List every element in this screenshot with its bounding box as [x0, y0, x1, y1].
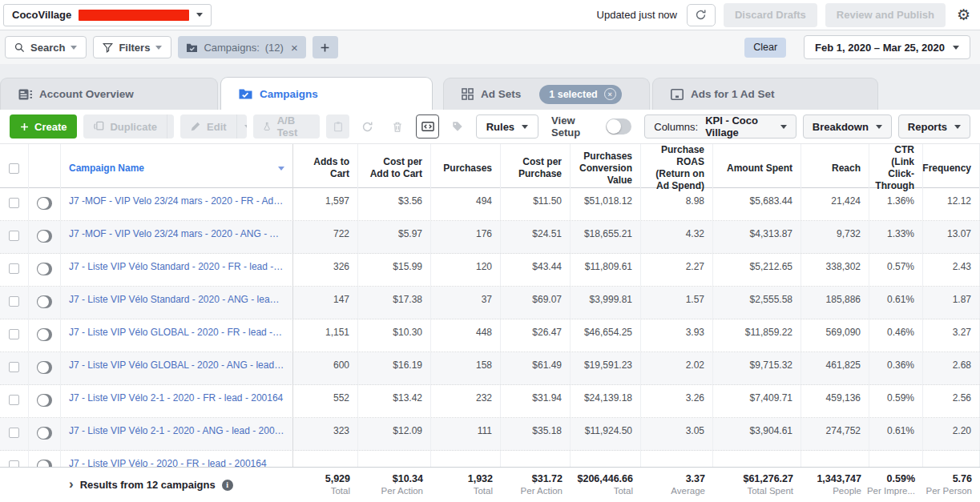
rules-dropdown[interactable]: Rules — [476, 114, 538, 139]
row-checkbox[interactable] — [9, 362, 19, 372]
row-toggle-cell — [29, 418, 61, 450]
campaign-toggle[interactable] — [37, 394, 52, 407]
row-checkbox[interactable] — [9, 198, 19, 208]
select-all-checkbox[interactable] — [9, 163, 19, 174]
clear-button[interactable]: Clear — [744, 38, 786, 58]
delete-button[interactable] — [385, 114, 409, 139]
date-range-selector[interactable]: Feb 1, 2020 – Mar 25, 2020 — [804, 35, 970, 59]
campaign-toggle[interactable] — [37, 263, 52, 275]
columns-prefix: Columns: — [654, 121, 698, 133]
chevron-down-icon — [155, 46, 162, 53]
campaign-name-cell: J7 - Liste VIP Vélo 2-1 - 2020 - ANG - l… — [61, 418, 293, 450]
metric-cell: 1.33% — [869, 221, 923, 253]
remove-filter-icon[interactable]: × — [291, 41, 298, 54]
row-checkbox[interactable] — [9, 329, 19, 339]
campaign-name-cell: J7 - Liste VIP Vélo 2-1 - 2020 - FR - le… — [61, 385, 293, 417]
select-all-checkbox-cell[interactable] — [0, 144, 29, 192]
chevron-down-icon — [953, 46, 959, 53]
column-header[interactable]: Amount Spent — [713, 144, 801, 192]
column-header[interactable]: Frequency — [923, 144, 980, 192]
duplicate-button[interactable]: Duplicate — [83, 114, 174, 139]
campaign-name-link[interactable]: J7 - Liste VIP Vélo Standard - 2020 - AN… — [69, 294, 284, 305]
tab-ad-sets[interactable]: Ad Sets 1 selected × — [443, 78, 650, 110]
metric-cell: 0.61% — [869, 418, 923, 450]
info-icon[interactable]: i — [222, 480, 233, 491]
reports-dropdown[interactable]: Reports — [898, 114, 970, 139]
total-value: 0.59% — [887, 473, 915, 486]
breakdown-dropdown[interactable]: Breakdown — [803, 114, 892, 139]
row-checkbox[interactable] — [9, 428, 19, 438]
discard-drafts-button[interactable]: Discard Drafts — [724, 3, 817, 27]
metric-cell: 13.07 — [923, 221, 980, 253]
clear-selection-icon[interactable]: × — [604, 88, 616, 100]
campaign-name-link[interactable]: J7 -MOF - VIP Velo 23/24 mars - 2020 - F… — [69, 195, 284, 207]
metric-cell: 158 — [431, 352, 501, 384]
campaign-name-link[interactable]: J7 - Liste VIP Vélo Standard - 2020 - FR… — [69, 261, 284, 272]
metric-cell: 3.05 — [641, 418, 713, 450]
pin-button[interactable] — [326, 114, 349, 139]
campaign-name-link[interactable]: J7 - Liste VIP Vélo GLOBAL - 2020 - ANG … — [69, 359, 284, 371]
duplicate-dropdown[interactable] — [167, 114, 174, 139]
row-toggle-cell — [29, 188, 61, 220]
ab-test-button[interactable]: A/B Test — [253, 114, 320, 139]
view-setup-toggle[interactable] — [606, 118, 631, 135]
metric-cell: 0.46% — [869, 319, 923, 351]
settings-gear-icon[interactable]: ⚙ — [957, 7, 970, 22]
column-header[interactable]: Reach — [801, 144, 869, 192]
campaign-toggle[interactable] — [37, 230, 52, 243]
column-header[interactable]: Purchases Conversion Value — [571, 144, 641, 192]
campaign-name-link[interactable]: J7 - Liste VIP Vélo GLOBAL - 2020 - FR -… — [69, 327, 284, 338]
metric-cell: 0.36% — [869, 352, 923, 384]
metric-cell: 1.36% — [869, 188, 923, 220]
campaign-name-link[interactable]: J7 - Liste VIP Vélo 2-1 - 2020 - FR - le… — [69, 392, 284, 404]
row-checkbox[interactable] — [9, 395, 19, 405]
tab-campaigns[interactable]: Campaigns — [220, 77, 433, 110]
tab-ads[interactable]: Ads for 1 Ad Set — [652, 78, 878, 110]
total-cell: $10.34Per Action — [358, 468, 431, 502]
column-header-campaign-name[interactable]: Campaign Name — [61, 144, 293, 192]
campaign-toggle[interactable] — [37, 295, 52, 308]
edit-button[interactable]: Edit — [180, 114, 247, 139]
chevron-down-icon — [244, 125, 248, 132]
filter-bar: Search Filters Campaigns: (12) × Clear F… — [0, 30, 980, 64]
refresh-button[interactable] — [687, 4, 716, 26]
columns-dropdown[interactable]: Columns: KPI - Coco Village — [644, 114, 797, 139]
chevron-down-icon — [196, 13, 203, 20]
metric-cell: $24.51 — [501, 221, 571, 253]
row-checkbox[interactable] — [9, 231, 19, 241]
campaign-name-link[interactable]: J7 -MOF - VIP Velo 23/24 mars - 2020 - A… — [69, 228, 284, 239]
column-header[interactable]: Cost per Purchase — [501, 144, 571, 192]
edit-placements-button[interactable] — [416, 114, 440, 139]
campaign-toggle[interactable] — [37, 197, 52, 210]
campaigns-filter-chip[interactable]: Campaigns: (12) × — [178, 36, 305, 58]
tab-label: Ad Sets — [481, 88, 521, 100]
column-header[interactable]: CTR (Link Click-Through — [869, 144, 923, 192]
review-publish-button[interactable]: Review and Publish — [825, 3, 946, 27]
search-dropdown[interactable]: Search — [5, 36, 87, 58]
campaign-toggle[interactable] — [37, 361, 52, 374]
column-header[interactable]: Cost per Add to Cart — [358, 144, 431, 192]
column-header[interactable]: Purchases — [431, 144, 501, 192]
column-header[interactable]: Purchase ROAS (Return on Ad Spend) — [641, 144, 713, 192]
filters-dropdown[interactable]: Filters — [93, 36, 171, 58]
expand-results-icon[interactable]: › — [69, 476, 74, 492]
edit-dropdown[interactable] — [236, 114, 248, 139]
history-button[interactable] — [356, 114, 379, 139]
row-checkbox[interactable] — [9, 296, 19, 307]
search-label: Search — [30, 42, 65, 54]
tags-button[interactable] — [446, 114, 469, 139]
campaign-name-link[interactable]: J7 - Liste VIP Vélo 2-1 - 2020 - ANG - l… — [69, 425, 284, 436]
tab-account-overview[interactable]: Account Overview — [0, 78, 218, 110]
add-filter-button[interactable] — [313, 36, 338, 58]
metric-cell: $2,555.58 — [713, 287, 801, 319]
campaign-toggle[interactable] — [37, 328, 52, 341]
account-selector[interactable]: CocoVillage — [3, 4, 212, 26]
search-icon — [14, 42, 25, 53]
ads-manager-app: CocoVillage Updated just now Discard Dra… — [0, 0, 980, 502]
column-header[interactable]: Adds to Cart — [293, 144, 358, 192]
table-row: J7 -MOF - VIP Velo 23/24 mars - 2020 - A… — [0, 221, 980, 254]
campaign-toggle[interactable] — [37, 427, 52, 440]
create-button[interactable]: Create — [10, 114, 77, 139]
row-checkbox[interactable] — [9, 263, 19, 274]
circular-arrow-icon — [361, 121, 373, 133]
